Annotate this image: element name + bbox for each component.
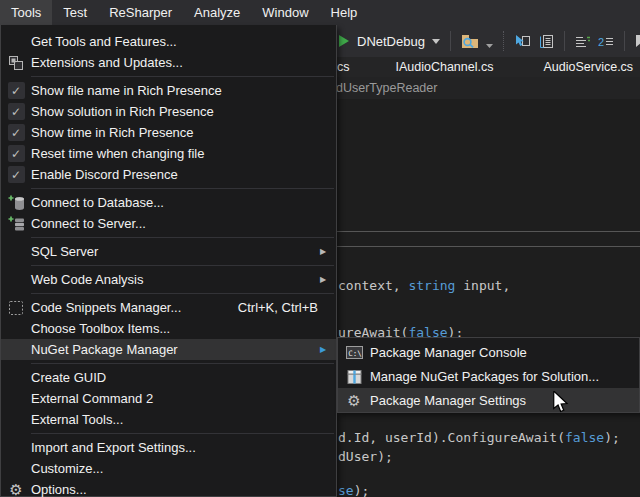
menu-item-show-time-in-rich-presence[interactable]: ✓Show time in Rich Presence	[1, 122, 336, 143]
menu-item-label: Web Code Analysis	[31, 272, 320, 287]
manage-packages-icon	[338, 369, 370, 384]
menu-separator	[31, 188, 334, 189]
menubar-item-help[interactable]: Help	[320, 0, 369, 25]
checkmark-gutter: ✓	[1, 124, 31, 141]
check-icon: ✓	[8, 124, 25, 141]
toolbar-separator	[564, 31, 565, 51]
menu-item-web-code-analysis[interactable]: Web Code Analysis▶	[1, 269, 336, 290]
checkmark-gutter: ✓	[1, 82, 31, 99]
menu-bar: ToolsTestReSharperAnalyzeWindowHelp	[0, 0, 640, 25]
tab-audioservice-cs[interactable]: AudioService.cs	[543, 60, 633, 74]
bookmark-icon[interactable]	[635, 34, 640, 48]
menu-item-label: Extensions and Updates...	[31, 55, 336, 70]
menu-item-enable-discord-presence[interactable]: ✓Enable Discord Presence	[1, 164, 336, 185]
menubar-item-resharper[interactable]: ReSharper	[98, 0, 183, 25]
code-token: dUser);	[338, 449, 393, 464]
menu-item-nuget-package-manager[interactable]: NuGet Package Manager▶	[1, 339, 336, 360]
run-config-label[interactable]: DNetDebug	[357, 34, 425, 49]
code-line: context, string input,	[338, 278, 510, 294]
menu-item-label: Code Snippets Manager...	[31, 300, 238, 315]
menu-separator	[31, 237, 334, 238]
menu-separator	[31, 363, 334, 364]
menu-item-options[interactable]: ⚙Options...	[1, 479, 336, 497]
menu-item-show-file-name-in-rich-presence[interactable]: ✓Show file name in Rich Presence	[1, 80, 336, 101]
code-token: false	[565, 430, 604, 445]
menubar-item-tools[interactable]: Tools	[0, 0, 52, 25]
gear-icon: ⚙	[338, 393, 370, 408]
menu-item-label: Connect to Database...	[31, 195, 336, 210]
menu-item-create-guid[interactable]: Create GUID	[1, 367, 336, 388]
submenu-item-label: Manage NuGet Packages for Solution...	[370, 369, 639, 384]
menubar-item-test[interactable]: Test	[52, 0, 98, 25]
menu-item-shortcut: Ctrl+K, Ctrl+B	[238, 300, 318, 315]
menu-item-import-and-export-settings[interactable]: Import and Export Settings...	[1, 437, 336, 458]
menu-item-label: Connect to Server...	[31, 216, 336, 231]
menu-item-external-tools[interactable]: External Tools...	[1, 409, 336, 430]
submenu-arrow-icon: ▶	[320, 247, 336, 256]
menu-item-label: Show file name in Rich Presence	[31, 83, 336, 98]
menu-item-label: Create GUID	[31, 370, 336, 385]
menubar-item-analyze[interactable]: Analyze	[183, 0, 251, 25]
menu-item-label: Show time in Rich Presence	[31, 125, 336, 140]
menubar-item-window[interactable]: Window	[251, 0, 319, 25]
code-token: se	[338, 483, 354, 497]
code-line: dUser);	[338, 449, 393, 465]
menu-item-external-command-2[interactable]: External Command 2	[1, 388, 336, 409]
check-icon: ✓	[8, 82, 25, 99]
menu-item-label: Enable Discord Presence	[31, 167, 336, 182]
menu-separator	[31, 293, 334, 294]
check-icon: ✓	[8, 145, 25, 162]
menu-separator	[31, 265, 334, 266]
code-token: );	[604, 430, 620, 445]
menu-item-extensions-and-updates[interactable]: Extensions and Updates...	[1, 52, 336, 73]
checkmark-gutter: ✓	[1, 145, 31, 162]
menu-item-label: SQL Server	[31, 244, 320, 259]
code-line: se);	[338, 483, 369, 497]
menu-item-choose-toolbox-items[interactable]: Choose Toolbox Items...	[1, 318, 336, 339]
menu-item-connect-to-server[interactable]: Connect to Server...	[1, 213, 336, 234]
navigate-backward-icon[interactable]	[514, 34, 531, 49]
submenu-item-package-manager-settings[interactable]: ⚙Package Manager Settings	[338, 388, 639, 412]
code-token: );	[354, 483, 370, 497]
copy-code-icon[interactable]	[538, 34, 554, 49]
menu-item-reset-time-when-changing-file[interactable]: ✓Reset time when changing file	[1, 143, 336, 164]
submenu-item-package-manager-console[interactable]: C:\Package Manager Console	[338, 340, 639, 364]
editor-region-divider	[337, 231, 640, 232]
menu-item-sql-server[interactable]: SQL Server▶	[1, 241, 336, 262]
checkmark-gutter: ✓	[1, 103, 31, 120]
console-icon: C:\	[338, 346, 370, 359]
mouse-cursor	[552, 391, 569, 418]
submenu-item-manage-nuget-packages-for-solution[interactable]: Manage NuGet Packages for Solution...	[338, 364, 639, 388]
chevron-down-small-icon[interactable]	[486, 34, 493, 48]
gear-icon: ⚙	[1, 482, 31, 497]
format-document-icon[interactable]: 2	[598, 35, 614, 48]
find-in-files-icon[interactable]	[461, 33, 479, 49]
menu-item-customize[interactable]: Customize...	[1, 458, 336, 479]
menu-item-label: External Tools...	[31, 412, 336, 427]
chevron-down-icon[interactable]	[432, 39, 440, 44]
menu-item-connect-to-database[interactable]: Connect to Database...	[1, 192, 336, 213]
menu-separator	[31, 76, 334, 77]
tab-iaudiochannel-cs[interactable]: IAudioChannel.cs	[396, 60, 494, 74]
connect-server-icon	[1, 216, 31, 232]
code-token: context,	[338, 278, 408, 293]
connect-database-icon	[1, 195, 31, 211]
tab-cs[interactable]: cs	[337, 60, 350, 74]
menu-item-show-solution-in-rich-presence[interactable]: ✓Show solution in Rich Presence	[1, 101, 336, 122]
svg-text:2: 2	[598, 36, 604, 48]
menu-item-get-tools-and-features[interactable]: Get Tools and Features...	[1, 31, 336, 52]
menu-item-label: Choose Toolbox Items...	[31, 321, 336, 336]
run-play-icon[interactable]	[337, 34, 350, 48]
menu-item-label: NuGet Package Manager	[31, 342, 320, 357]
code-token: string	[408, 278, 455, 293]
check-icon: ✓	[8, 103, 25, 120]
menu-item-label: Show solution in Rich Presence	[31, 104, 336, 119]
tools-menu: Get Tools and Features...Extensions and …	[0, 25, 337, 497]
submenu-item-label: Package Manager Console	[370, 345, 639, 360]
indent-lines-icon[interactable]	[575, 35, 591, 48]
code-snippets-icon	[1, 300, 31, 316]
nuget-package-manager-submenu: C:\Package Manager ConsoleManage NuGet P…	[337, 337, 640, 413]
breadcrumb: dUserTypeReader	[336, 81, 437, 95]
menu-item-code-snippets-manager[interactable]: Code Snippets Manager...Ctrl+K, Ctrl+B	[1, 297, 336, 318]
menu-item-label: Customize...	[31, 461, 336, 476]
